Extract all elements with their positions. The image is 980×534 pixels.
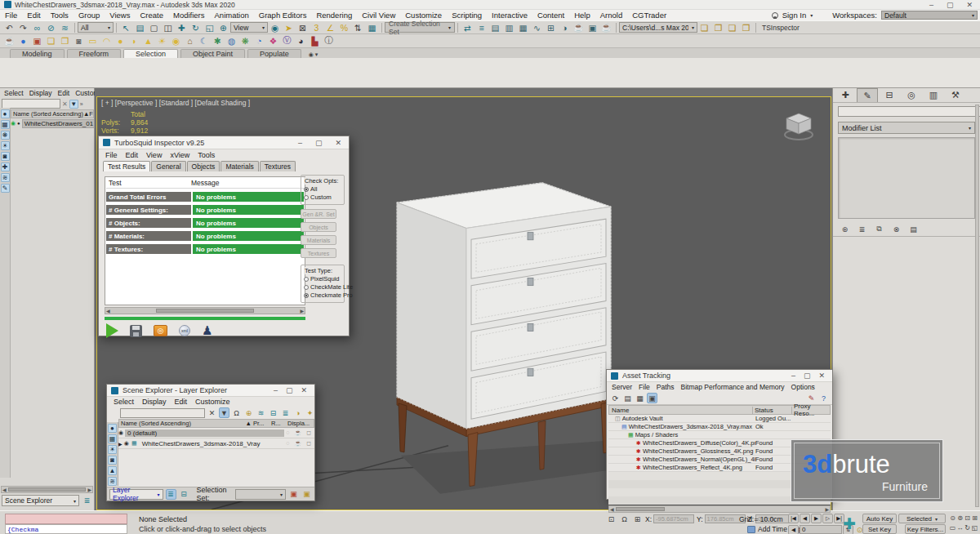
material-editor-icon[interactable]: ◑ xyxy=(558,21,572,33)
maximize-viewport-icon[interactable]: ◱ xyxy=(971,523,978,532)
checkmate-icon[interactable]: ♟ xyxy=(202,325,212,336)
asset-column-header[interactable]: Name Status Proxy Reso... xyxy=(608,405,831,415)
sort-helper-icon[interactable]: ▲ xyxy=(108,466,117,475)
vray-disc-light-icon[interactable]: ◉ xyxy=(169,35,183,47)
select-and-move-icon[interactable]: ✚ xyxy=(175,21,189,33)
edit-named-selection-sets-icon[interactable]: ▦ xyxy=(365,21,379,33)
test-result-row[interactable]: # Textures: No problems xyxy=(106,244,304,254)
test-result-row[interactable]: # General Settings: No problems xyxy=(106,205,304,215)
layer-menu-item[interactable]: Display xyxy=(139,398,170,406)
sign-in-caret-icon[interactable]: ▾ xyxy=(810,12,813,18)
xml-report-icon[interactable]: xml xyxy=(179,325,190,336)
named-selection-set-field[interactable]: Create Selection Set▾ xyxy=(385,22,455,33)
explorer-column-header[interactable]: Name (Sorted Ascending) ▲ Frozen xyxy=(11,109,94,118)
layer-menu-item[interactable]: Edit xyxy=(172,398,191,406)
sort-alpha-icon[interactable]: ● xyxy=(108,424,117,433)
inspector-tab[interactable]: Textures xyxy=(260,161,296,171)
maximize-button[interactable]: ▢ xyxy=(947,1,954,9)
explorer-menu-item[interactable]: Display xyxy=(27,89,55,97)
inspector-menu-item[interactable]: Tools xyxy=(194,151,218,159)
menu-item[interactable]: Rendering xyxy=(311,11,357,20)
select-by-name-icon[interactable]: ▤ xyxy=(133,21,147,33)
toggle-ribbon-icon[interactable]: ▦ xyxy=(516,21,530,33)
display-shapes-icon[interactable]: ❋ xyxy=(1,131,10,140)
object-name-field[interactable] xyxy=(838,106,980,117)
bind-to-space-warp-icon[interactable]: ≋ xyxy=(58,21,72,33)
test-type-radio[interactable]: PixelSquid xyxy=(304,275,342,283)
sort-camera-icon[interactable]: ◙ xyxy=(108,456,117,465)
named-set-add-icon[interactable]: ▣ xyxy=(288,489,299,500)
vray-ies-light-icon[interactable]: ▲ xyxy=(141,35,155,47)
vray-mesh-light-icon[interactable]: ◗ xyxy=(127,35,141,47)
layers-icon[interactable]: ≣ xyxy=(82,496,92,506)
explorer-hscrollbar[interactable]: ◀▶ xyxy=(1,486,93,493)
asset-menu-item[interactable]: Server xyxy=(609,383,635,391)
menu-item[interactable]: Arnold xyxy=(595,11,627,20)
inspector-menu-item[interactable]: xView xyxy=(167,151,193,159)
select-and-place-icon[interactable]: ⊕ xyxy=(216,21,230,33)
turbosquid-folder-icon[interactable]: ◎ xyxy=(154,325,167,336)
keying-crosshair-icon[interactable]: ✚ xyxy=(840,514,859,532)
current-frame-field[interactable]: 0 xyxy=(800,525,842,534)
workspace-dropdown[interactable]: Default ▾ xyxy=(881,11,978,20)
close-button[interactable]: ✕ xyxy=(818,372,825,380)
maxscript-mini-listener[interactable] xyxy=(5,514,127,524)
modifier-stack[interactable] xyxy=(838,137,975,219)
import-file-icon[interactable]: ❏ xyxy=(697,21,711,33)
physical-camera-icon[interactable]: ◙ xyxy=(72,35,86,47)
mirror-icon[interactable]: ⇄ xyxy=(461,21,474,33)
schematic-view-icon[interactable]: ⊞ xyxy=(544,21,558,33)
highlight-icon[interactable]: ✦ xyxy=(305,407,315,418)
tab-hierarchy[interactable]: ⊟ xyxy=(879,88,900,102)
ribbon-tab[interactable]: Freeform xyxy=(67,49,122,58)
hierarchy-mode-icon[interactable]: ⊟ xyxy=(179,489,189,500)
window-crossing-icon[interactable]: ◫ xyxy=(161,21,175,33)
angle-snap-icon[interactable]: ∠ xyxy=(323,21,337,33)
make-unique-icon[interactable]: ⧉ xyxy=(874,224,884,234)
close-button[interactable]: ✕ xyxy=(301,386,307,394)
test-type-radio[interactable]: CheckMate Lite xyxy=(304,283,342,291)
display-cameras-icon[interactable]: ◙ xyxy=(1,152,10,161)
file-export-icon[interactable]: ❏ xyxy=(44,35,58,47)
filter-icon[interactable]: ▼ xyxy=(69,100,78,109)
sort-type-icon[interactable]: ▦ xyxy=(108,434,117,443)
zoom-icon[interactable]: ⊙ xyxy=(949,513,956,523)
eye-icon[interactable]: ◉ xyxy=(11,120,16,127)
selection-filter-dropdown[interactable]: All▾ xyxy=(78,22,114,33)
tab-display[interactable]: ▥ xyxy=(923,88,944,102)
inspector-tab[interactable]: Test Results xyxy=(103,161,150,171)
spinner-snap-icon[interactable]: ⇅ xyxy=(351,21,365,33)
add-layer-icon[interactable]: ⊕ xyxy=(243,407,254,418)
scene-object-row[interactable]: ◉ ● WhiteChestDrawers_01 xyxy=(11,118,94,128)
sort-space-icon[interactable]: ≋ xyxy=(108,477,117,486)
layer-menu-item[interactable]: Select xyxy=(110,398,137,406)
tab-modify[interactable]: ✎ xyxy=(857,88,878,102)
zoom-extents-all-icon[interactable]: ⊞ xyxy=(971,513,978,523)
viewport-label[interactable]: [ + ] [Perspective ] [Standard ] [Defaul… xyxy=(101,99,250,107)
vray-roof-icon[interactable]: ⌂ xyxy=(183,35,197,47)
toggle-layer-explorer-icon[interactable]: ▥ xyxy=(502,21,516,33)
modifier-list-dropdown[interactable]: Modifier List ▾ xyxy=(838,122,975,134)
check-section-button[interactable]: Textures xyxy=(301,248,336,258)
rectangular-selection-icon[interactable]: ▢ xyxy=(147,21,161,33)
sort-color-icon[interactable]: ☀ xyxy=(108,445,117,454)
key-mode-dropdown[interactable]: Selected▾ xyxy=(898,514,946,523)
display-col-icon[interactable]: ◻ xyxy=(306,429,311,436)
select-and-link-icon[interactable]: ∞ xyxy=(30,21,44,33)
undo-icon[interactable]: ↶ xyxy=(2,21,16,33)
vray-sphere-light-icon[interactable]: ● xyxy=(114,35,127,47)
pick-material-icon[interactable]: ◑ xyxy=(292,407,303,418)
menu-item[interactable]: CGTrader xyxy=(627,11,671,20)
check-section-button[interactable]: Gen &R. Set xyxy=(301,209,336,219)
save-report-icon[interactable] xyxy=(130,325,142,337)
asset-row[interactable]: ▦ Maps / Shaders xyxy=(608,431,831,439)
display-spacewarps-icon[interactable]: ≋ xyxy=(1,173,10,182)
run-tests-icon[interactable] xyxy=(106,323,118,338)
open-recent-icon[interactable]: ❏ xyxy=(725,21,739,33)
thumbnail-view-icon[interactable]: ▦ xyxy=(635,393,645,403)
play-icon[interactable]: ▶ xyxy=(811,514,822,523)
color-spheres-icon[interactable]: ❖ xyxy=(266,35,280,47)
frozen-icon[interactable]: ◌ xyxy=(286,429,289,436)
inspector-tab[interactable]: General xyxy=(151,161,185,171)
about-icon[interactable]: ⓘ xyxy=(322,35,336,47)
